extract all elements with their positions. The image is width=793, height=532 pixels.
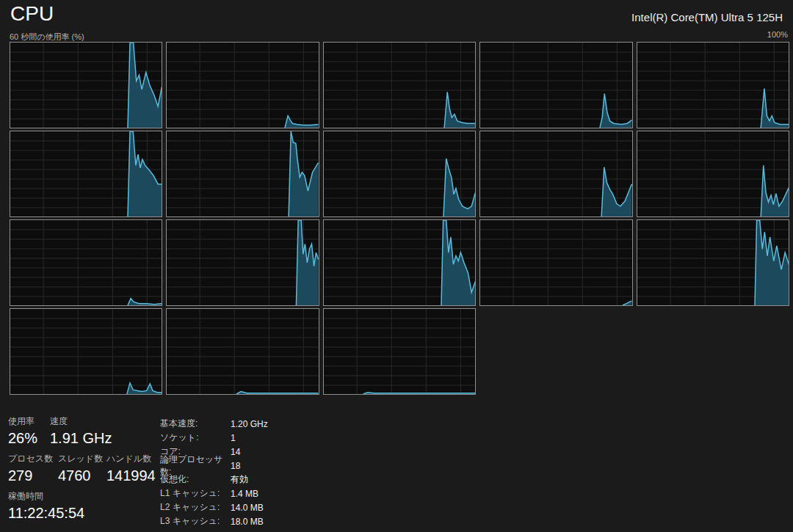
core-graph-5[interactable] bbox=[10, 131, 162, 217]
cpu-stats: 使用率 26% 速度 1.91 GHz プロセス数 279 スレッド数 4760… bbox=[8, 415, 156, 528]
graph-scale-label: 60 秒間の使用率 (%) bbox=[10, 32, 84, 43]
core-graph-11[interactable] bbox=[166, 219, 319, 306]
detail-value-sockets: 1 bbox=[231, 433, 236, 443]
detail-value-cores: 14 bbox=[231, 447, 240, 457]
stat-speed: 速度 1.91 GHz bbox=[50, 415, 112, 446]
core-graph-8[interactable] bbox=[479, 131, 632, 217]
core-graph-7[interactable] bbox=[323, 131, 476, 217]
core-graph-4[interactable] bbox=[637, 42, 789, 128]
core-graph-10[interactable] bbox=[10, 219, 162, 306]
stat-usage-value: 26% bbox=[8, 430, 50, 446]
core-usage-chart bbox=[637, 220, 789, 305]
core-usage-chart bbox=[480, 131, 631, 216]
cpu-core-grid bbox=[10, 42, 789, 395]
detail-label-virtualization: 仮想化: bbox=[160, 473, 231, 486]
core-usage-chart bbox=[167, 309, 318, 394]
stat-threads: スレッド数 4760 bbox=[58, 453, 106, 484]
stat-uptime-value: 11:22:45:54 bbox=[8, 505, 84, 521]
stat-processes: プロセス数 279 bbox=[8, 453, 58, 484]
stat-handles: ハンドル数 141994 bbox=[106, 453, 156, 484]
core-usage-chart bbox=[167, 220, 318, 305]
core-graph-2[interactable] bbox=[323, 42, 476, 128]
core-usage-chart bbox=[324, 220, 475, 305]
core-graph-14[interactable] bbox=[637, 219, 789, 306]
stat-speed-label: 速度 bbox=[50, 415, 112, 428]
core-graph-0[interactable] bbox=[10, 42, 162, 128]
stat-handles-label: ハンドル数 bbox=[106, 453, 156, 465]
core-graph-16[interactable] bbox=[166, 308, 319, 395]
core-graph-1[interactable] bbox=[166, 42, 319, 128]
detail-label-base-speed: 基本速度: bbox=[160, 418, 231, 430]
stat-processes-value: 279 bbox=[8, 467, 58, 484]
core-usage-chart bbox=[10, 220, 162, 305]
detail-value-l3-cache: 18.0 MB bbox=[231, 517, 264, 527]
core-graph-13[interactable] bbox=[479, 219, 632, 306]
cpu-performance-page: CPU Intel(R) Core(TM) Ultra 5 125H 60 秒間… bbox=[0, 0, 793, 532]
core-usage-chart bbox=[324, 131, 475, 216]
stat-usage-label: 使用率 bbox=[8, 415, 50, 428]
stat-uptime-label: 稼働時間 bbox=[8, 490, 84, 503]
processor-name: Intel(R) Core(TM) Ultra 5 125H bbox=[631, 11, 783, 23]
core-usage-chart bbox=[167, 131, 318, 216]
core-usage-chart bbox=[480, 220, 631, 305]
detail-value-base-speed: 1.20 GHz bbox=[231, 419, 268, 429]
stat-threads-label: スレッド数 bbox=[58, 453, 106, 465]
core-usage-chart bbox=[637, 131, 789, 216]
core-graph-17[interactable] bbox=[323, 308, 476, 395]
detail-value-l1-cache: 1.4 MB bbox=[231, 489, 258, 499]
detail-value-virtualization: 有効 bbox=[231, 473, 248, 486]
core-graph-6[interactable] bbox=[166, 131, 319, 217]
detail-value-l2-cache: 14.0 MB bbox=[231, 503, 264, 513]
core-usage-chart bbox=[480, 43, 631, 128]
detail-label-l3-cache: L3 キャッシュ: bbox=[160, 515, 231, 528]
core-usage-chart bbox=[167, 43, 318, 128]
core-usage-chart bbox=[10, 43, 162, 128]
core-usage-chart bbox=[10, 309, 162, 394]
detail-value-logical-processors: 18 bbox=[231, 461, 240, 471]
core-usage-chart bbox=[10, 131, 162, 216]
page-title: CPU bbox=[10, 2, 54, 26]
stat-threads-value: 4760 bbox=[58, 467, 106, 484]
core-usage-chart bbox=[324, 309, 475, 394]
stat-processes-label: プロセス数 bbox=[8, 453, 58, 465]
core-usage-chart bbox=[637, 43, 789, 128]
core-graph-12[interactable] bbox=[323, 219, 476, 306]
detail-label-l2-cache: L2 キャッシュ: bbox=[160, 501, 231, 514]
detail-label-l1-cache: L1 キャッシュ: bbox=[160, 487, 231, 500]
stat-usage: 使用率 26% bbox=[8, 415, 50, 446]
stat-handles-value: 141994 bbox=[106, 467, 156, 484]
cpu-details: 基本速度:1.20 GHz ソケット:1 コア:14 論理プロセッサ数:18 仮… bbox=[160, 417, 268, 528]
core-graph-9[interactable] bbox=[637, 131, 789, 217]
core-graph-15[interactable] bbox=[10, 308, 162, 395]
detail-label-sockets: ソケット: bbox=[160, 431, 231, 444]
core-usage-chart bbox=[324, 43, 475, 128]
graph-max-label: 100% bbox=[767, 30, 788, 39]
stat-speed-value: 1.91 GHz bbox=[50, 430, 112, 446]
core-graph-3[interactable] bbox=[479, 42, 632, 128]
stat-uptime: 稼働時間 11:22:45:54 bbox=[8, 490, 84, 521]
